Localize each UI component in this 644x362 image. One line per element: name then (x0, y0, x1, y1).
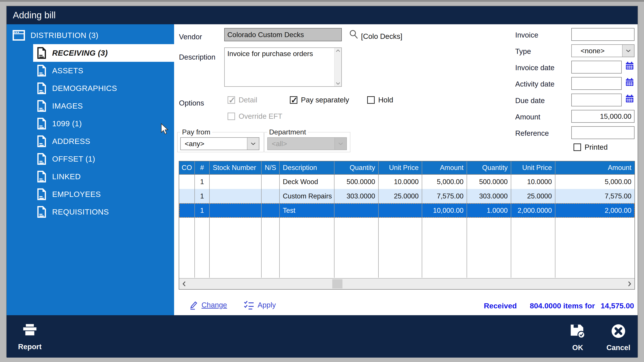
chevron-right-icon (628, 281, 632, 287)
scroll-left-button[interactable] (179, 279, 189, 289)
cell-ns[interactable] (262, 203, 280, 218)
cell-unit-price-2[interactable]: 10.0000 (511, 175, 556, 189)
type-select[interactable]: <none> (571, 44, 634, 57)
cell-unit-price-2[interactable]: 25.0000 (511, 189, 556, 203)
horizontal-scrollbar[interactable] (179, 278, 634, 289)
dialog-titlebar: Adding bill (7, 6, 638, 24)
document-icon (37, 188, 46, 200)
document-icon (37, 171, 46, 183)
cell-amount[interactable]: 5,000.00 (422, 175, 467, 189)
cell-num[interactable]: 1 (195, 203, 210, 218)
pay-separately-checkbox[interactable] (290, 96, 297, 104)
cell-amount[interactable]: 7,575.00 (422, 189, 467, 203)
hold-label: Hold (378, 96, 393, 104)
search-icon[interactable] (348, 29, 359, 40)
cell-amount-2[interactable]: 7,575.00 (556, 189, 634, 203)
invoice-field[interactable] (571, 28, 634, 41)
document-icon (37, 153, 46, 165)
sidebar-item-receiving[interactable]: RECEIVING (3) (33, 44, 174, 62)
cell-stock-number[interactable] (210, 189, 262, 203)
cell-quantity[interactable] (334, 203, 379, 218)
table-row[interactable]: 1 Deck Wood 500.0000 10.0000 5,000.00 50… (179, 175, 634, 189)
cell-quantity[interactable]: 500.0000 (334, 175, 379, 189)
column-header: Description (280, 161, 334, 174)
report-button[interactable]: Report (13, 315, 46, 358)
scrollbar-thumb[interactable] (332, 279, 342, 289)
cell-quantity-2[interactable]: 1.0000 (467, 203, 511, 218)
sidebar-item-assets[interactable]: ASSETS (33, 62, 174, 79)
pay-separately-checkbox-row: Pay separately (290, 96, 349, 104)
detail-checkbox[interactable] (228, 96, 235, 104)
cell-num[interactable]: 1 (195, 175, 210, 189)
sidebar-item-employees[interactable]: EMPLOYEES (33, 185, 174, 203)
calendar-icon[interactable] (625, 94, 634, 103)
reference-field[interactable] (571, 126, 634, 139)
dropdown-button[interactable] (622, 45, 634, 57)
cell-amount[interactable]: 10,000.00 (422, 203, 467, 218)
sidebar-item-label: ASSETS (52, 66, 83, 75)
vendor-field[interactable] (224, 28, 342, 41)
change-link-label: Change (202, 301, 227, 309)
cell-unit-price-2[interactable]: 2,000.0000 (511, 203, 556, 218)
document-icon (37, 135, 46, 147)
calendar-icon[interactable] (625, 61, 634, 70)
cell-stock-number[interactable] (210, 203, 262, 218)
override-eft-checkbox[interactable] (228, 113, 235, 120)
invoice-date-field[interactable] (571, 61, 622, 73)
sidebar-item-offset[interactable]: OFFSET (1) (33, 150, 174, 168)
calendar-icon[interactable] (625, 78, 634, 86)
column-header: # (195, 161, 210, 174)
cancel-button[interactable]: Cancel (602, 315, 635, 358)
cell-unit-price[interactable]: 10.0000 (379, 175, 422, 189)
cell-num[interactable]: 1 (195, 189, 210, 203)
sidebar-item-demographics[interactable]: DEMOGRAPHICS (33, 79, 174, 97)
scroll-down-icon[interactable] (336, 82, 340, 85)
activity-date-field[interactable] (571, 77, 622, 90)
ok-button[interactable]: OK (561, 315, 594, 358)
amount-field[interactable] (571, 110, 634, 123)
description-label: Description (179, 53, 216, 61)
cell-stock-number[interactable] (210, 175, 262, 189)
cell-description[interactable]: Custom Repairs (280, 189, 334, 203)
cell-ns[interactable] (262, 189, 280, 203)
sidebar-item-distribution[interactable]: DISTRIBUTION (3) (7, 26, 174, 44)
table-row-selected[interactable]: 1 Test 10,000.00 1.0000 2,000.0000 2,000… (179, 203, 634, 218)
vendor-code: [Colo Decks] (361, 32, 402, 41)
cell-description[interactable]: Test (280, 203, 334, 218)
change-link[interactable]: Change (189, 300, 227, 310)
cell-co[interactable] (179, 203, 195, 218)
due-date-field[interactable] (571, 94, 622, 106)
hold-checkbox[interactable] (367, 96, 375, 104)
description-field[interactable]: Invoice for purchase orders (224, 47, 342, 87)
scroll-right-button[interactable] (625, 279, 634, 289)
dropdown-button[interactable] (247, 138, 259, 150)
sidebar-item-address[interactable]: ADDRESS (33, 132, 174, 150)
description-scrollbar[interactable] (334, 48, 341, 86)
pay-from-select[interactable]: <any> (180, 137, 259, 150)
sidebar-item-images[interactable]: IMAGES (33, 97, 174, 115)
sidebar-item-linked[interactable]: LINKED (33, 168, 174, 185)
printed-checkbox[interactable] (574, 143, 581, 151)
cell-co[interactable] (179, 175, 195, 189)
cell-quantity[interactable]: 303.0000 (334, 189, 379, 203)
detail-checkbox-row: Detail (228, 96, 257, 104)
apply-link[interactable]: Apply (244, 300, 276, 310)
cell-description[interactable]: Deck Wood (280, 175, 334, 189)
cell-unit-price[interactable]: 25.0000 (379, 189, 422, 203)
cell-ns[interactable] (262, 175, 280, 189)
document-icon (37, 118, 46, 130)
column-header: Amount (422, 161, 467, 174)
scroll-up-icon[interactable] (336, 49, 340, 52)
cell-quantity-2[interactable]: 500.0000 (467, 175, 511, 189)
sidebar-item-requisitions[interactable]: REQUISITIONS (33, 203, 174, 221)
description-text: Invoice for purchase orders (227, 50, 313, 58)
cell-quantity-2[interactable]: 303.0000 (467, 189, 511, 203)
sidebar-item-1099[interactable]: 1099 (1) (33, 115, 174, 132)
cell-unit-price[interactable] (379, 203, 422, 218)
cell-amount-2[interactable]: 2,000.00 (556, 203, 634, 218)
cell-co[interactable] (179, 189, 195, 203)
activity-date-label: Activity date (515, 80, 554, 88)
table-row[interactable]: 1 Custom Repairs 303.0000 25.0000 7,575.… (179, 189, 634, 203)
cell-amount-2[interactable]: 5,000.00 (556, 175, 634, 189)
sidebar-item-label: ADDRESS (52, 137, 90, 146)
